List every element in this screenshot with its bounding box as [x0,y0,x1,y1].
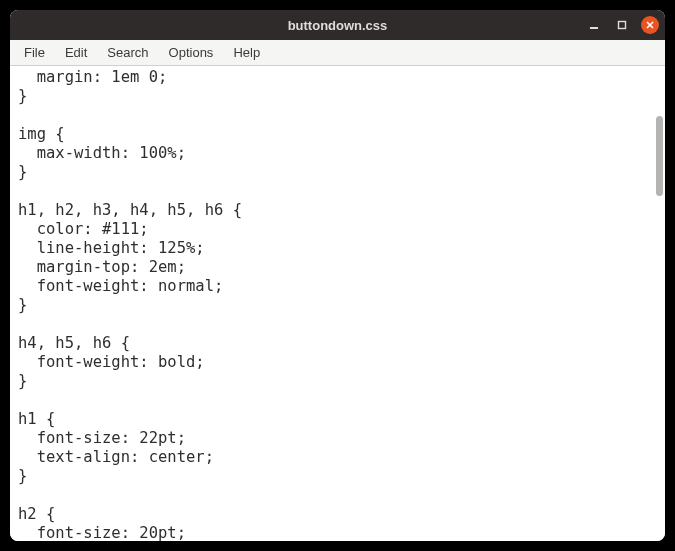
maximize-button[interactable] [613,16,631,34]
svg-rect-0 [590,27,598,29]
app-window: buttondown.css File Edit Search [10,10,665,541]
close-button[interactable] [641,16,659,34]
close-icon [645,20,655,30]
code-editor[interactable]: margin: 1em 0; } img { max-width: 100%; … [10,66,665,541]
scrollbar-track [654,66,665,541]
svg-rect-1 [619,22,626,29]
maximize-icon [617,20,627,30]
menu-item-label: Options [169,45,214,60]
menu-item-label: File [24,45,45,60]
menu-item-label: Edit [65,45,87,60]
menu-edit[interactable]: Edit [55,40,97,65]
scrollbar-thumb[interactable] [656,116,663,196]
window-title: buttondown.css [10,18,665,33]
menu-help[interactable]: Help [223,40,270,65]
menubar: File Edit Search Options Help [10,40,665,66]
menu-item-label: Help [233,45,260,60]
minimize-button[interactable] [585,16,603,34]
window-controls [585,10,659,40]
menu-options[interactable]: Options [159,40,224,65]
menu-file[interactable]: File [14,40,55,65]
menu-search[interactable]: Search [97,40,158,65]
editor-area: margin: 1em 0; } img { max-width: 100%; … [10,66,665,541]
titlebar: buttondown.css [10,10,665,40]
minimize-icon [589,20,599,30]
menu-item-label: Search [107,45,148,60]
